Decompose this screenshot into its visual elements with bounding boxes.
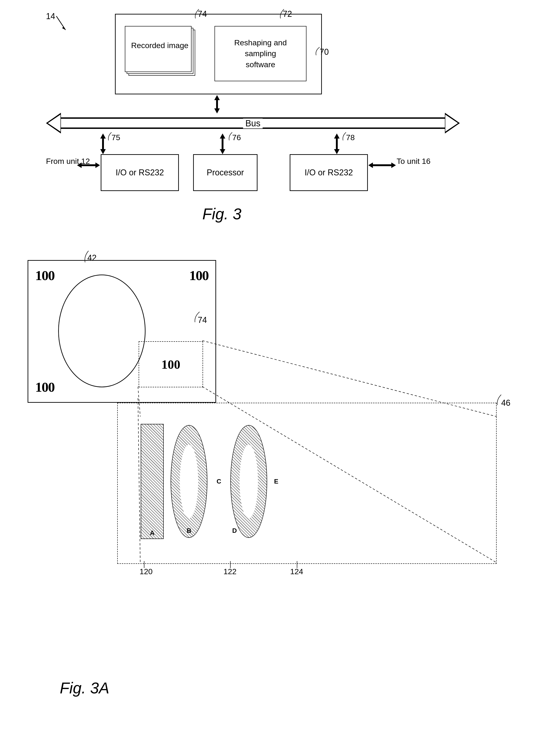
seg-D-outer [230,425,267,538]
svg-marker-5 [100,134,106,138]
box-75-label: I/O or RS232 [116,168,164,177]
box-78-label: I/O or RS232 [305,168,353,177]
svg-marker-1 [62,26,66,30]
box-72-software: Reshaping andsamplingsoftware [214,26,306,81]
svg-rect-3 [216,100,218,108]
dashed-large-46: A B C D [117,403,496,564]
svg-marker-13 [334,149,340,154]
ref-arrows-icon [118,561,324,575]
recorded-image-label: Recorded image [130,40,190,50]
bus-right-inner-icon [445,115,458,132]
svg-marker-11 [334,134,340,138]
box-74-recorded-image: Recorded image [125,26,201,81]
ref74mid-curve-icon [191,311,204,323]
segments-container: A B C D [141,417,463,546]
hundred-tr: 100 [189,268,209,284]
fig3-title: Fig. 3 [202,205,241,223]
hundred-bl: 100 [35,379,54,395]
segment-D: D [228,424,269,539]
bus-container: Bus [46,113,460,134]
banknote: 100 100 100 100 [28,260,216,403]
banknote-circle [58,275,146,387]
vert-arrow-box70-bus-icon [210,95,224,113]
segment-C-label-area: C [214,478,223,485]
box-76-processor: Processor [193,154,258,191]
hundred-tl: 100 [35,268,54,284]
seg-E-label: E [274,478,278,485]
svg-marker-14 [77,163,82,168]
box-76-label: Processor [207,168,244,177]
ref75-curve-icon [106,131,114,141]
seg-B-outer [171,425,208,538]
seg-A-label: A [150,529,155,537]
ref78-curve-icon [340,131,348,141]
svg-marker-2 [214,95,220,100]
ref76-curve-icon [226,131,235,141]
segment-E-label-area: E [274,478,283,485]
svg-marker-7 [100,149,106,154]
fig3-diagram: 14 72 74 70 Recorded image [46,7,483,214]
svg-rect-18 [373,164,391,166]
svg-marker-16 [96,163,100,168]
page: 14 72 74 70 Recorded image [0,0,535,756]
seg-B-label: B [187,527,191,534]
svg-rect-9 [222,138,223,149]
svg-marker-10 [220,149,225,154]
fig3a-diagram: 42 100 100 100 100 74 46 [14,242,520,737]
h-arrow-to16-icon [368,161,396,170]
fig3a-title: Fig. 3A [60,679,109,697]
ref14-arrow-icon [49,14,70,35]
h-arrow-from12-icon [77,161,100,170]
svg-rect-6 [102,138,104,149]
svg-rect-15 [81,164,96,166]
box-70-outer: Recorded image Reshaping andsamplingsoft… [115,14,322,94]
to-unit-label: To unit 16 [397,156,430,166]
seg-D-hole [239,445,258,518]
bus-left-inner-icon [48,115,61,132]
seg-B-hole [180,445,198,518]
stack-page-front: Recorded image [125,26,191,72]
bus-label: Bus [243,118,263,128]
seg-A-bar [141,424,164,539]
box-75-io: I/O or RS232 [101,154,179,191]
svg-marker-17 [368,163,373,168]
seg-C-label: C [216,478,221,485]
box-78-io: I/O or RS232 [290,154,368,191]
hundred-br: 100 [161,357,181,372]
svg-marker-8 [220,134,225,138]
segment-A: A [141,424,164,539]
svg-rect-12 [336,138,338,149]
dashed-region-74: 100 [139,341,203,387]
software-label: Reshaping andsamplingsoftware [232,35,289,73]
seg-D-label: D [232,527,237,534]
segment-B: B [168,424,210,539]
bus-arrow: Bus [46,113,460,134]
svg-marker-19 [391,163,396,168]
